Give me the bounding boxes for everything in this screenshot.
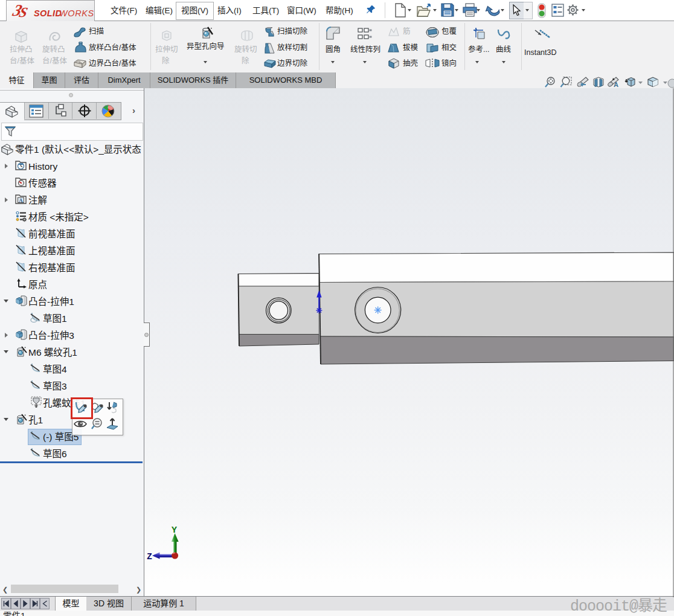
svg-text:SOLID: SOLID xyxy=(34,8,62,18)
svg-text:WORKS: WORKS xyxy=(59,8,94,18)
svg-text:Y: Y xyxy=(172,525,177,536)
svg-text:Z: Z xyxy=(147,552,152,562)
svg-text:A: A xyxy=(614,81,618,88)
svg-text:A: A xyxy=(19,197,23,204)
